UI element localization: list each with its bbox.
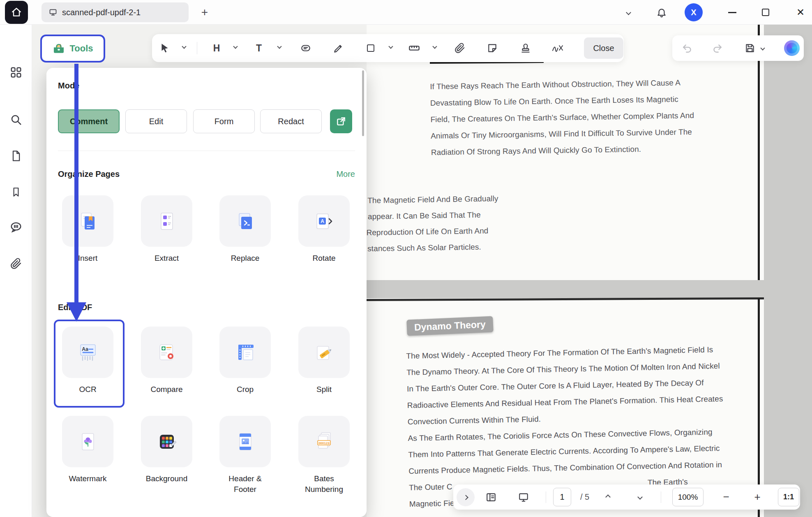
presentation-button[interactable] <box>515 485 532 510</box>
home-icon <box>11 7 22 18</box>
zoom-out-button[interactable]: − <box>718 485 734 510</box>
tool-split[interactable]: Split <box>298 327 350 395</box>
ai-assistant-button[interactable] <box>784 40 800 56</box>
tool-extract-label: Extract <box>141 253 192 264</box>
notifications-button[interactable] <box>652 0 671 25</box>
pages-panel-button[interactable] <box>0 146 32 166</box>
comments-panel-button[interactable] <box>0 218 32 237</box>
chevron-down-icon <box>637 494 643 500</box>
chevron-down-icon <box>626 10 631 15</box>
shape-tool-dropdown[interactable] <box>388 44 393 49</box>
tool-ocr[interactable]: Aa OCR <box>62 327 113 395</box>
open-in-new-button[interactable] <box>330 109 352 133</box>
tool-compare[interactable]: Compare <box>141 327 192 395</box>
sign-tool-button[interactable] <box>0 511 32 517</box>
zoom-in-button[interactable]: + <box>749 485 766 510</box>
title-bar: scanned-pdf-updf-2-1 + X ✕ <box>0 0 812 25</box>
undo-icon <box>682 43 693 53</box>
tool-watermark-label: Watermark <box>62 473 113 484</box>
bookmark-icon <box>11 187 21 197</box>
user-avatar[interactable]: X <box>685 3 703 21</box>
zoom-level-button[interactable]: 100% <box>672 488 704 506</box>
tool-bates-numbering[interactable]: 000123 Bates Numbering <box>298 416 350 495</box>
next-page-button[interactable] <box>632 485 648 510</box>
tool-watermark[interactable]: Watermark <box>62 416 113 484</box>
tool-background[interactable]: Background <box>141 416 192 484</box>
page-count-label: / 5 <box>574 485 595 510</box>
page-navigation-bar: 1 / 5 100% − + 1:1 <box>453 485 800 510</box>
undo-button[interactable] <box>679 40 696 56</box>
tool-insert[interactable]: Insert <box>62 195 113 264</box>
tool-split-label: Split <box>298 384 350 395</box>
redo-button[interactable] <box>709 40 725 56</box>
tools-button[interactable]: Tools <box>40 35 105 63</box>
paperclip-icon <box>10 258 22 269</box>
split-icon <box>298 327 350 378</box>
mode-form-button[interactable]: Form <box>193 109 255 133</box>
home-button[interactable] <box>5 1 28 24</box>
screen-icon <box>518 492 529 503</box>
tool-crop[interactable]: Crop <box>219 327 271 395</box>
mode-comment-button[interactable]: Comment <box>58 109 120 133</box>
panel-scrollbar[interactable] <box>362 70 364 136</box>
select-tool-button[interactable] <box>157 40 173 56</box>
bookmarks-button[interactable] <box>0 182 32 202</box>
note-tool-button[interactable] <box>298 40 314 56</box>
maximize-button[interactable] <box>756 0 775 25</box>
apps-grid-button[interactable] <box>0 63 32 82</box>
signature-tool-button[interactable] <box>550 40 566 56</box>
maximize-icon <box>762 9 769 16</box>
highlight-tool-dropdown[interactable] <box>233 44 238 49</box>
page1-fragment: The Magnetic Field And Be Gradually <box>367 190 498 209</box>
stamp-icon <box>520 43 531 53</box>
stamp-tool-button[interactable] <box>517 40 534 56</box>
thumbnail-view-button[interactable] <box>483 485 499 510</box>
pen-tool-button[interactable] <box>330 40 347 56</box>
tool-replace[interactable]: Replace <box>219 195 271 264</box>
watermark-icon <box>62 416 113 467</box>
organize-section-title: Organize Pages <box>58 169 120 179</box>
page1-fragment: Reproduction Of Life On Earth And <box>366 223 499 241</box>
close-window-button[interactable]: ✕ <box>791 0 810 25</box>
text-tool-icon: T <box>256 43 262 54</box>
select-tool-dropdown[interactable] <box>182 44 186 49</box>
replace-icon <box>219 195 271 247</box>
attachments-panel-button[interactable] <box>0 254 32 274</box>
measure-tool-dropdown[interactable] <box>432 44 437 49</box>
mode-redact-button[interactable]: Redact <box>260 109 322 133</box>
tool-extract[interactable]: Extract <box>141 195 192 264</box>
new-tab-button[interactable]: + <box>197 5 212 20</box>
edit-section-title: Edit PDF <box>58 303 92 312</box>
save-button[interactable] <box>742 40 758 56</box>
grid-icon <box>10 66 22 79</box>
monitor-icon <box>49 8 57 16</box>
sticker-tool-button[interactable] <box>484 40 501 56</box>
tool-compare-label: Compare <box>141 384 192 395</box>
highlight-tool-button[interactable]: H <box>208 40 225 56</box>
tool-bates-numbering-label: Bates Numbering <box>298 473 350 495</box>
page-number-input[interactable]: 1 <box>553 488 571 506</box>
text-tool-button[interactable]: T <box>251 40 267 56</box>
attach-file-button[interactable] <box>452 40 468 56</box>
document-tab[interactable]: scanned-pdf-updf-2-1 <box>42 2 189 22</box>
tool-rotate[interactable]: A Rotate <box>298 195 350 264</box>
statusbar-divider <box>661 491 661 503</box>
organize-more-link[interactable]: More <box>336 169 355 179</box>
previous-page-button[interactable] <box>600 485 616 510</box>
save-dropdown[interactable] <box>760 46 765 50</box>
text-tool-dropdown[interactable] <box>277 44 281 49</box>
minimize-button[interactable] <box>722 0 742 25</box>
close-toolbar-button[interactable]: Close <box>584 37 623 59</box>
measure-tool-button[interactable] <box>406 40 422 56</box>
actual-size-button[interactable]: 1:1 <box>778 488 799 506</box>
search-button[interactable] <box>0 110 32 130</box>
tool-header-footer[interactable]: Header & Footer <box>219 416 271 495</box>
shape-tool-button[interactable] <box>362 40 379 56</box>
mode-edit-button[interactable]: Edit <box>125 109 187 133</box>
ocr-icon: Aa <box>62 327 113 378</box>
scan-page-edge <box>758 25 760 280</box>
left-sidebar <box>0 25 32 517</box>
collapse-bar-button[interactable] <box>457 488 475 506</box>
tool-crop-label: Crop <box>219 384 271 395</box>
tabs-dropdown-button[interactable] <box>618 0 638 25</box>
